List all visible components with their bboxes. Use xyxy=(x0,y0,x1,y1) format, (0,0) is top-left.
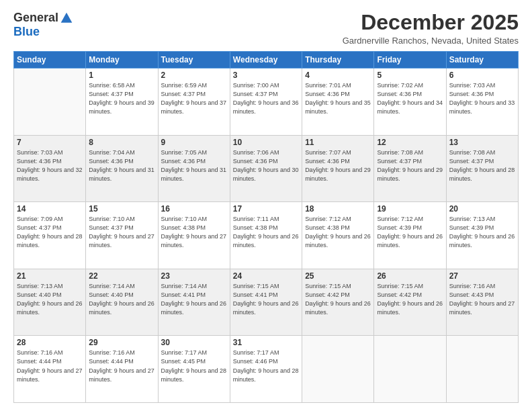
header: General Blue December 2025 Gardnerville … xyxy=(13,11,519,46)
day-number: 16 xyxy=(161,204,227,214)
table-row: 13Sunrise: 7:08 AMSunset: 4:37 PMDayligh… xyxy=(446,135,518,202)
day-number: 2 xyxy=(161,71,227,80)
table-row: 26Sunrise: 7:15 AMSunset: 4:42 PMDayligh… xyxy=(374,269,446,336)
day-number: 25 xyxy=(305,271,371,281)
day-number: 28 xyxy=(17,338,83,347)
day-number: 24 xyxy=(233,271,299,281)
day-number: 12 xyxy=(377,138,443,147)
table-row: 31Sunrise: 7:17 AMSunset: 4:46 PMDayligh… xyxy=(230,336,302,403)
table-row: 2Sunrise: 6:59 AMSunset: 4:37 PMDaylight… xyxy=(158,68,230,136)
table-row: 20Sunrise: 7:13 AMSunset: 4:39 PMDayligh… xyxy=(446,202,518,269)
day-info: Sunrise: 7:10 AMSunset: 4:37 PMDaylight:… xyxy=(89,215,154,250)
day-info: Sunrise: 7:16 AMSunset: 4:44 PMDaylight:… xyxy=(17,349,83,383)
day-info: Sunrise: 7:02 AMSunset: 4:36 PMDaylight:… xyxy=(377,81,443,116)
day-info: Sunrise: 7:03 AMSunset: 4:36 PMDaylight:… xyxy=(449,81,515,116)
day-info: Sunrise: 7:10 AMSunset: 4:38 PMDaylight:… xyxy=(161,215,227,250)
header-monday: Monday xyxy=(86,52,158,68)
day-info: Sunrise: 7:09 AMSunset: 4:37 PMDaylight:… xyxy=(17,215,83,250)
table-row: 17Sunrise: 7:11 AMSunset: 4:38 PMDayligh… xyxy=(230,202,302,269)
day-info: Sunrise: 7:13 AMSunset: 4:39 PMDaylight:… xyxy=(449,215,515,250)
day-number: 21 xyxy=(17,271,83,281)
header-saturday: Saturday xyxy=(446,52,518,68)
day-number: 27 xyxy=(449,271,515,281)
day-info: Sunrise: 7:04 AMSunset: 4:36 PMDaylight:… xyxy=(89,148,154,183)
table-row: 3Sunrise: 7:00 AMSunset: 4:37 PMDaylight… xyxy=(230,68,302,136)
svg-marker-0 xyxy=(61,12,73,22)
calendar-table: Sunday Monday Tuesday Wednesday Thursday… xyxy=(13,51,519,403)
day-info: Sunrise: 7:12 AMSunset: 4:39 PMDaylight:… xyxy=(377,215,443,250)
table-row xyxy=(302,336,374,403)
day-info: Sunrise: 7:08 AMSunset: 4:37 PMDaylight:… xyxy=(449,148,515,183)
day-info: Sunrise: 7:06 AMSunset: 4:36 PMDaylight:… xyxy=(233,148,299,183)
day-number: 7 xyxy=(17,138,83,147)
table-row xyxy=(14,68,86,136)
day-info: Sunrise: 7:08 AMSunset: 4:37 PMDaylight:… xyxy=(377,148,443,183)
table-row: 29Sunrise: 7:16 AMSunset: 4:44 PMDayligh… xyxy=(86,336,158,403)
day-info: Sunrise: 7:01 AMSunset: 4:36 PMDaylight:… xyxy=(305,81,371,116)
table-row: 15Sunrise: 7:10 AMSunset: 4:37 PMDayligh… xyxy=(86,202,158,269)
table-row xyxy=(446,336,518,403)
day-info: Sunrise: 7:14 AMSunset: 4:41 PMDaylight:… xyxy=(161,282,227,317)
table-row: 6Sunrise: 7:03 AMSunset: 4:36 PMDaylight… xyxy=(446,68,518,136)
day-number: 29 xyxy=(89,338,154,347)
day-number: 11 xyxy=(305,138,371,147)
title-section: December 2025 Gardnerville Ranchos, Neva… xyxy=(343,11,519,46)
calendar-header-row: Sunday Monday Tuesday Wednesday Thursday… xyxy=(14,52,519,68)
calendar-week-row: 7Sunrise: 7:03 AMSunset: 4:36 PMDaylight… xyxy=(14,135,519,202)
day-number: 8 xyxy=(89,138,154,147)
day-number: 23 xyxy=(161,271,227,281)
header-sunday: Sunday xyxy=(14,52,86,68)
month-title: December 2025 xyxy=(343,11,519,34)
day-info: Sunrise: 7:11 AMSunset: 4:38 PMDaylight:… xyxy=(233,215,299,250)
day-number: 10 xyxy=(233,138,299,147)
logo: General Blue xyxy=(13,11,73,39)
logo-blue-text: Blue xyxy=(13,25,40,39)
day-info: Sunrise: 7:03 AMSunset: 4:36 PMDaylight:… xyxy=(17,148,83,183)
table-row: 21Sunrise: 7:13 AMSunset: 4:40 PMDayligh… xyxy=(14,269,86,336)
table-row: 8Sunrise: 7:04 AMSunset: 4:36 PMDaylight… xyxy=(86,135,158,202)
page: General Blue December 2025 Gardnerville … xyxy=(0,0,532,411)
table-row: 23Sunrise: 7:14 AMSunset: 4:41 PMDayligh… xyxy=(158,269,230,336)
table-row: 30Sunrise: 7:17 AMSunset: 4:45 PMDayligh… xyxy=(158,336,230,403)
table-row: 28Sunrise: 7:16 AMSunset: 4:44 PMDayligh… xyxy=(14,336,86,403)
table-row xyxy=(374,336,446,403)
day-info: Sunrise: 7:16 AMSunset: 4:43 PMDaylight:… xyxy=(449,282,515,317)
table-row: 4Sunrise: 7:01 AMSunset: 4:36 PMDaylight… xyxy=(302,68,374,136)
header-tuesday: Tuesday xyxy=(158,52,230,68)
day-number: 20 xyxy=(449,204,515,214)
day-number: 18 xyxy=(305,204,371,214)
day-number: 19 xyxy=(377,204,443,214)
table-row: 19Sunrise: 7:12 AMSunset: 4:39 PMDayligh… xyxy=(374,202,446,269)
logo-general-text: General xyxy=(13,11,58,25)
day-info: Sunrise: 7:15 AMSunset: 4:42 PMDaylight:… xyxy=(377,282,443,317)
table-row: 27Sunrise: 7:16 AMSunset: 4:43 PMDayligh… xyxy=(446,269,518,336)
day-info: Sunrise: 6:59 AMSunset: 4:37 PMDaylight:… xyxy=(161,81,227,116)
day-number: 9 xyxy=(161,138,227,147)
table-row: 5Sunrise: 7:02 AMSunset: 4:36 PMDaylight… xyxy=(374,68,446,136)
location: Gardnerville Ranchos, Nevada, United Sta… xyxy=(343,36,519,46)
day-info: Sunrise: 7:15 AMSunset: 4:41 PMDaylight:… xyxy=(233,282,299,317)
table-row: 16Sunrise: 7:10 AMSunset: 4:38 PMDayligh… xyxy=(158,202,230,269)
day-info: Sunrise: 7:13 AMSunset: 4:40 PMDaylight:… xyxy=(17,282,83,317)
day-info: Sunrise: 7:17 AMSunset: 4:46 PMDaylight:… xyxy=(233,349,299,383)
day-number: 26 xyxy=(377,271,443,281)
table-row: 1Sunrise: 6:58 AMSunset: 4:37 PMDaylight… xyxy=(86,68,158,136)
calendar-week-row: 14Sunrise: 7:09 AMSunset: 4:37 PMDayligh… xyxy=(14,202,519,269)
day-number: 31 xyxy=(233,338,299,347)
day-number: 3 xyxy=(233,71,299,80)
day-info: Sunrise: 7:14 AMSunset: 4:40 PMDaylight:… xyxy=(89,282,154,317)
table-row: 25Sunrise: 7:15 AMSunset: 4:42 PMDayligh… xyxy=(302,269,374,336)
table-row: 10Sunrise: 7:06 AMSunset: 4:36 PMDayligh… xyxy=(230,135,302,202)
day-number: 1 xyxy=(89,71,154,80)
day-info: Sunrise: 7:00 AMSunset: 4:37 PMDaylight:… xyxy=(233,81,299,116)
day-info: Sunrise: 6:58 AMSunset: 4:37 PMDaylight:… xyxy=(89,81,154,116)
day-info: Sunrise: 7:17 AMSunset: 4:45 PMDaylight:… xyxy=(161,349,227,383)
table-row: 12Sunrise: 7:08 AMSunset: 4:37 PMDayligh… xyxy=(374,135,446,202)
table-row: 24Sunrise: 7:15 AMSunset: 4:41 PMDayligh… xyxy=(230,269,302,336)
header-thursday: Thursday xyxy=(302,52,374,68)
day-number: 13 xyxy=(449,138,515,147)
table-row: 22Sunrise: 7:14 AMSunset: 4:40 PMDayligh… xyxy=(86,269,158,336)
day-number: 6 xyxy=(449,71,515,80)
day-number: 15 xyxy=(89,204,154,214)
day-info: Sunrise: 7:07 AMSunset: 4:36 PMDaylight:… xyxy=(305,148,371,183)
